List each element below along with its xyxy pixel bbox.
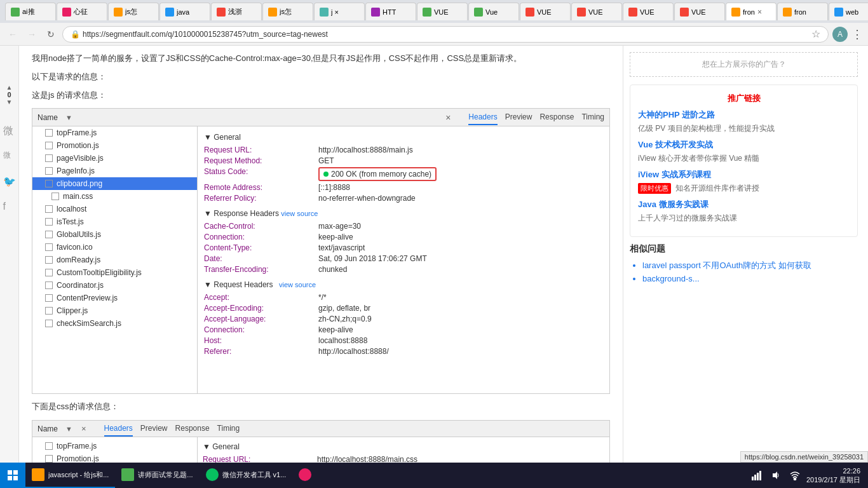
tab-icon [731, 8, 740, 17]
profile-button[interactable]: A [832, 27, 848, 42]
file-localhost[interactable]: localhost [32, 203, 197, 215]
tab-web[interactable]: web [829, 3, 868, 20]
css-tab-preview[interactable]: Preview [140, 421, 168, 437]
csdn-notification: https://blog.csdn.net/weixin_39258031 [740, 451, 864, 463]
file-promotion[interactable]: Promotion.js [32, 139, 197, 152]
request-url-row: Request URL: http://localhost:8888/main.… [204, 146, 603, 154]
taskbar-item-4[interactable] [292, 463, 318, 488]
tab-ai[interactable]: ai推 [5, 3, 56, 20]
general-header[interactable]: ▼ General [204, 133, 603, 142]
file-clipper[interactable]: Clipper.js [32, 304, 197, 317]
tab-vue2[interactable]: Vue [468, 3, 519, 20]
tab-preview[interactable]: Preview [505, 110, 532, 125]
tab-vue4[interactable]: VUE [571, 3, 622, 20]
tab-headers[interactable]: Headers [468, 110, 497, 125]
promo-link-3[interactable]: iView 实战系列课程 [638, 169, 850, 180]
devtools-close-btn[interactable]: × [445, 112, 451, 123]
similar-item-2[interactable]: background-s... [642, 274, 858, 283]
devtools-tabs: Headers Preview Response Timing [468, 110, 604, 125]
tab-js2[interactable]: js怎 [262, 3, 313, 20]
filter-icon[interactable]: ▼ [65, 114, 72, 121]
css-filter-icon[interactable]: ▼ [65, 425, 72, 433]
css-name-column: Name [37, 424, 58, 433]
tab-timing[interactable]: Timing [581, 110, 604, 125]
css-tab-timing[interactable]: Timing [217, 421, 240, 437]
taskbar-item-icon-1 [32, 468, 44, 481]
tab-response[interactable]: Response [539, 110, 574, 125]
tray-volume-icon[interactable] [768, 468, 783, 483]
file-favicon[interactable]: favicon.ico [32, 241, 197, 254]
taskbar-item-3[interactable]: 微信开发者工具 v1... [200, 463, 293, 488]
lock-icon: 🔒 [71, 30, 80, 39]
back-button[interactable]: ← [5, 27, 20, 42]
css-intro-text: 下面是css的请求信息： [32, 400, 610, 414]
tab-vue6[interactable]: VUE [674, 3, 725, 20]
name-column-label: Name [37, 113, 58, 122]
tray-wifi-icon[interactable] [787, 468, 803, 483]
devtools-header: Name ▼ × Headers Preview Response Timing [32, 109, 609, 126]
file-checksimsearch[interactable]: checkSimSearch.js [32, 317, 197, 330]
tab-vue1[interactable]: VUE [417, 3, 468, 20]
css-tab-response[interactable]: Response [175, 421, 210, 437]
scroll-up[interactable]: ▲ 0 ▼ [6, 84, 13, 105]
taskbar-item-2[interactable]: 讲师面试常见题... [115, 463, 199, 488]
file-maincss[interactable]: main.css [32, 190, 197, 203]
similar-item-1[interactable]: laravel passport 不用OAuth牌的方式 如何获取 [642, 260, 858, 271]
tab-heart[interactable]: 心征 [57, 3, 107, 20]
status-dot [323, 172, 329, 177]
tab-c5[interactable]: 浅浙 [211, 3, 262, 20]
tab-icon [577, 8, 586, 17]
tab-j[interactable]: j × [314, 3, 365, 20]
css-close-btn[interactable]: × [81, 424, 86, 433]
file-clipboard[interactable]: clipboard.png [32, 177, 197, 190]
address-bar[interactable]: 🔒 https://segmentfault.com/q/10100000152… [62, 26, 829, 43]
tab-js1[interactable]: js怎 [108, 3, 159, 20]
forward-button[interactable]: → [24, 27, 39, 42]
tab-icon [62, 8, 71, 17]
time-display: 22:26 [806, 466, 860, 475]
response-headers-section: ▼ Response Headers view source Cache-Con… [204, 209, 603, 274]
file-contentpreview[interactable]: ContentPreview.js [32, 292, 197, 304]
tab-icon [320, 8, 329, 17]
file-istest[interactable]: isTest.js [32, 215, 197, 228]
file-topframe[interactable]: topFrame.js [32, 126, 197, 139]
taskbar-tray: 22:26 2019/2/17 星期日 [749, 466, 863, 485]
tab-fron1[interactable]: fron × [726, 3, 776, 20]
file-domready[interactable]: domReady.js [32, 254, 197, 266]
request-headers-header[interactable]: ▼ Request Headers view source [204, 280, 603, 289]
reload-button[interactable]: ↻ [43, 27, 58, 42]
css-tab-headers[interactable]: Headers [104, 421, 133, 437]
menu-button[interactable]: ⋮ [851, 27, 863, 41]
promo-link-4[interactable]: Java 微服务实践课 [638, 199, 850, 210]
svg-rect-2 [8, 476, 12, 480]
file-customtooltip[interactable]: CustomTooltipEligibility.js [32, 266, 197, 279]
twitter-icon[interactable]: 🐦 [3, 175, 16, 188]
start-button[interactable] [0, 463, 25, 488]
css-file-topframe[interactable]: topFrame.js [32, 440, 197, 452]
taskbar-item-icon-3 [206, 468, 219, 481]
svg-rect-3 [13, 476, 18, 480]
intro-text2: 以下是请求的信息： [32, 71, 610, 84]
css-general-header[interactable]: ▼ General [203, 442, 604, 451]
file-pagevisible[interactable]: pageVisible.js [32, 152, 197, 165]
promo-link-1[interactable]: 大神的PHP 进阶之路 [638, 109, 850, 121]
file-pageinfo[interactable]: PageInfo.js [32, 165, 197, 177]
facebook-icon[interactable]: f [3, 201, 16, 214]
response-headers-header[interactable]: ▼ Response Headers view source [204, 209, 603, 218]
taskbar-item-1[interactable]: javascript - 给js和... [25, 463, 115, 488]
bookmark-icon[interactable]: ☆ [811, 28, 820, 40]
tab-vue3[interactable]: VUE [520, 3, 571, 20]
file-globalutils[interactable]: GlobalUtils.js [32, 228, 197, 241]
weibo-icon[interactable]: 微 [3, 125, 16, 137]
promo-link-2[interactable]: Vue 技术栈开发实战 [638, 139, 850, 151]
tab-htt[interactable]: HTT [365, 3, 416, 20]
tab-icon [474, 8, 483, 17]
file-coordinator[interactable]: Coordinator.js [32, 279, 197, 292]
tab-java[interactable]: java [159, 3, 210, 20]
intro-text3: 这是js 的请求信息： [32, 89, 610, 102]
tray-network-icon[interactable] [749, 468, 764, 483]
tab-fron2[interactable]: fron [777, 3, 828, 20]
tab-vue5[interactable]: VUE [623, 3, 674, 20]
article-area: 我用node搭了一简单的服务，设置了JS和CSS的Cache-Control:m… [19, 46, 623, 488]
wechat-icon[interactable]: 微 [3, 150, 16, 163]
